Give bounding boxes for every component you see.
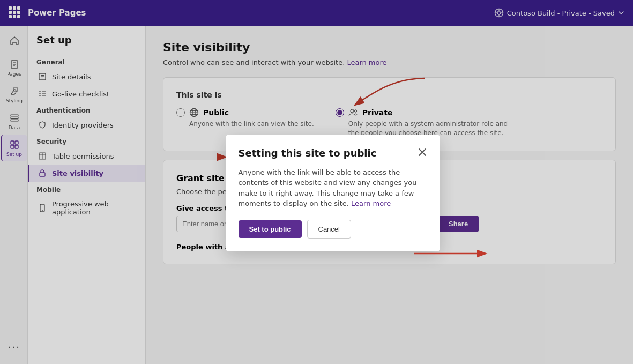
modal-header: Setting this site to public — [239, 147, 427, 159]
cancel-button[interactable]: Cancel — [307, 220, 351, 239]
modal-footer: Set to public Cancel — [239, 220, 427, 239]
set-to-public-button[interactable]: Set to public — [239, 220, 302, 238]
modal-title: Setting this site to public — [239, 147, 377, 159]
modal-body: Anyone with the link will be able to acc… — [239, 167, 427, 209]
modal-learn-more-link[interactable]: Learn more — [351, 199, 391, 207]
modal-dialog: Setting this site to public Anyone with … — [226, 135, 440, 251]
modal-overlay: Setting this site to public Anyone with … — [0, 0, 633, 364]
modal-close-button[interactable] — [418, 147, 427, 159]
close-icon — [418, 147, 427, 157]
